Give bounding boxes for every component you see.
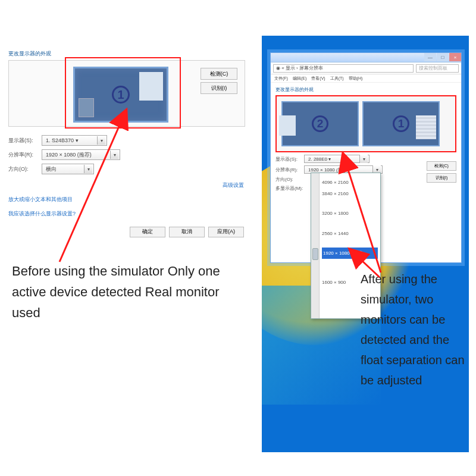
- monitor-icon: [416, 115, 436, 139]
- panel-title: 更改显示器的外观: [275, 86, 456, 93]
- field-resolution: 分辨率(R): 1920 × 1080 (推荐): [8, 149, 257, 160]
- slider-thumb[interactable]: [312, 248, 318, 260]
- dropdown-value: 横向: [46, 165, 57, 173]
- maximize-icon[interactable]: □: [437, 53, 449, 61]
- field-display: 显示器(S): 1. S24B370 ▾: [8, 135, 257, 146]
- help-link[interactable]: 我应该选择什么显示器设置?: [8, 209, 257, 218]
- apply-button[interactable]: 应用(A): [208, 227, 244, 237]
- resolution-option-selected[interactable]: 1920 × 1080 (推荐): [322, 248, 378, 259]
- before-settings-panel: 更改显示器的外观 1 检测(C) 识别(I) 显示器(S): 1. S24B37…: [8, 50, 257, 246]
- dropdown-value: 2. 288E0 ▾: [308, 156, 331, 162]
- field-label: 方向(O):: [8, 165, 42, 173]
- caption-before: Before using the simulator Only one acti…: [12, 261, 238, 324]
- monitor-number: 2: [312, 115, 328, 132]
- chevron-down-icon: [110, 151, 118, 159]
- ok-button[interactable]: 确定: [130, 227, 165, 237]
- monitor-number: 1: [393, 115, 409, 132]
- monitor-preview-area: 1 检测(C) 识别(I): [8, 60, 245, 127]
- monitor-thumbnail-1[interactable]: 1: [362, 101, 440, 146]
- window-controls: — □ ×: [424, 53, 461, 61]
- dialog-buttons: 确定 取消 应用(A): [8, 227, 257, 237]
- window-titlebar[interactable]: — □ ×: [271, 53, 461, 62]
- field-label: 方向(O):: [275, 176, 304, 183]
- monitor-thumbnail[interactable]: 1: [73, 67, 168, 123]
- dropdown-value: 1920 × 1080 (推荐): [46, 151, 92, 159]
- menu-item[interactable]: 查看(V): [311, 76, 325, 82]
- field-label: 显示器(S):: [8, 137, 42, 145]
- field-label: 多显示器(M):: [275, 185, 304, 192]
- chevron-down-icon: [359, 155, 368, 163]
- chevron-down-icon: [97, 136, 105, 145]
- detect-button[interactable]: 检测(C): [427, 161, 456, 171]
- monitor-number: 1: [112, 86, 130, 104]
- dropdown-value: 1. S24B370 ▾: [46, 137, 79, 143]
- field-orientation: 方向(O): 横向: [8, 164, 257, 174]
- monitor-thumbnail-2[interactable]: 2: [281, 101, 359, 146]
- display-dropdown[interactable]: 1. S24B370 ▾: [42, 135, 107, 146]
- orientation-dropdown[interactable]: 横向: [42, 164, 94, 174]
- search-input[interactable]: 搜索控制面板: [416, 64, 459, 73]
- menu-item[interactable]: 工具(T): [330, 76, 344, 82]
- menu-item[interactable]: 文件(F): [274, 76, 288, 82]
- cancel-button[interactable]: 取消: [169, 227, 205, 237]
- menu-item[interactable]: 帮助(H): [349, 76, 363, 82]
- resolution-dropdown[interactable]: 1920 × 1080 (推荐): [42, 149, 120, 160]
- minimize-icon[interactable]: —: [424, 53, 436, 61]
- monitor-icon: [79, 98, 94, 117]
- panel-title: 更改显示器的外观: [8, 50, 257, 58]
- field-label: 分辨率(R):: [275, 167, 304, 173]
- display-dropdown[interactable]: 2. 288E0 ▾: [304, 155, 369, 163]
- detect-button[interactable]: 检测(C): [201, 68, 237, 80]
- monitor-icon: [279, 115, 296, 136]
- menu-item[interactable]: 编辑(E): [293, 76, 306, 82]
- help-link[interactable]: 放大或缩小文本和其他项目: [8, 195, 257, 203]
- resolution-option[interactable]: 3840 × 2160: [322, 188, 378, 199]
- advanced-settings-link[interactable]: 高级设置: [8, 181, 257, 189]
- chevron-down-icon: [84, 165, 92, 173]
- slider-track[interactable]: [311, 173, 320, 318]
- field-label: 显示器(S):: [275, 156, 304, 162]
- breadcrumb[interactable]: ◉ « 显示 › 屏幕分辨率: [273, 64, 414, 73]
- address-bar-row: ◉ « 显示 › 屏幕分辨率 搜索控制面板: [271, 62, 461, 74]
- field-label: 分辨率(R):: [8, 151, 42, 159]
- monitor-icon: [139, 72, 163, 101]
- annotation-red-box: 2 1: [275, 95, 456, 152]
- menu-bar: 文件(F) 编辑(E) 查看(V) 工具(T) 帮助(H): [271, 74, 461, 83]
- resolution-option[interactable]: 3200 × 1800: [322, 208, 378, 219]
- identify-button[interactable]: 识别(I): [427, 173, 456, 183]
- caption-after: After using the simulator, two monitors …: [361, 269, 465, 390]
- dropdown-value: 1920 × 1080 (推荐): [308, 167, 349, 173]
- identify-button[interactable]: 识别(I): [201, 82, 237, 94]
- resolution-option[interactable]: 2560 × 1440: [322, 228, 378, 239]
- resolution-option[interactable]: 4096 × 2160: [322, 177, 378, 188]
- close-icon[interactable]: ×: [449, 53, 461, 61]
